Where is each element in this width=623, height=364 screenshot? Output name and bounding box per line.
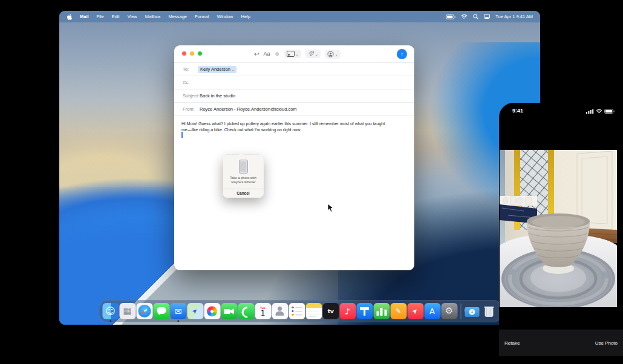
dock-safari[interactable] <box>136 303 152 319</box>
battery-icon[interactable] <box>446 15 455 19</box>
tv-icon: tv <box>322 303 339 319</box>
dock-keynote[interactable] <box>356 303 373 319</box>
mail-icon: ✉ <box>170 303 186 319</box>
menu-item-message[interactable]: Message <box>169 14 187 19</box>
zoom-window-button[interactable] <box>198 51 202 56</box>
dock-tv[interactable]: tv <box>322 303 339 319</box>
display-icon[interactable] <box>484 14 490 19</box>
mouse-cursor <box>327 203 334 215</box>
use-photo-button[interactable]: Use Photo <box>595 340 618 346</box>
maps-icon: ➤ <box>187 303 203 319</box>
dock-downloads[interactable] <box>464 303 480 319</box>
menu-item-format[interactable]: Format <box>195 14 209 19</box>
dock-calendar[interactable]: Tue1 <box>255 303 271 319</box>
dock-numbers[interactable] <box>373 303 390 319</box>
wifi-icon[interactable] <box>461 14 468 19</box>
menu-bar: MailFileEditViewMailboxMessageFormatWind… <box>59 11 540 22</box>
dock-reminders[interactable] <box>289 303 305 319</box>
attach-file-button[interactable]: ⌄ <box>305 50 321 58</box>
dock-mail[interactable]: ✉ <box>170 303 186 319</box>
wifi-icon <box>596 109 602 114</box>
menu-item-window[interactable]: Window <box>217 14 233 19</box>
dock-notes[interactable] <box>305 303 322 319</box>
reminders-icon <box>289 303 305 319</box>
from-field[interactable]: From: Royce Anderson - Royce.Anderson@ic… <box>174 103 414 116</box>
launchpad-icon: ▦ <box>119 303 135 319</box>
dock-music[interactable]: ♪ <box>339 303 356 319</box>
app-store-icon: A <box>424 303 440 319</box>
dock-facetime[interactable] <box>221 303 237 319</box>
menu-clock[interactable]: Tue Apr 1 9:41 AM <box>495 14 533 19</box>
format-button[interactable]: Aa <box>263 51 270 57</box>
iphone-icon <box>239 160 248 174</box>
apple-menu-icon[interactable] <box>67 14 73 20</box>
calendar-icon: Tue1 <box>255 303 271 319</box>
message-body[interactable]: Hi Mom! Guess what? I picked up pottery … <box>174 116 399 133</box>
dock: ☺▦✉➤Tue1tv♪✎➤A⚙ <box>99 300 501 322</box>
cancel-button[interactable]: Cancel <box>223 189 264 198</box>
mac-display: MailFileEditViewMailboxMessageFormatWind… <box>59 11 540 325</box>
menu-item-help[interactable]: Help <box>241 14 250 19</box>
dock-app-store[interactable]: A <box>424 303 440 319</box>
window-titlebar[interactable]: ↩ Aa ☺ ⌄ ⌄ ⌄ ↑ <box>174 45 414 63</box>
contacts-icon <box>272 303 288 319</box>
chevron-down-icon: ⌄ <box>315 52 318 56</box>
app-menus: MailFileEditViewMailboxMessageFormatWind… <box>80 14 250 19</box>
text-caret <box>181 132 183 138</box>
chevron-down-icon: ⌄ <box>335 52 338 56</box>
dock-divider <box>460 304 461 319</box>
chevron-down-icon: ⌄ <box>232 68 234 71</box>
dock-maps[interactable]: ➤ <box>187 303 203 319</box>
iphone-screen: 9:41 <box>499 103 623 364</box>
undo-button[interactable]: ↩ <box>254 51 259 57</box>
rocket-icon: ➤ <box>407 303 423 319</box>
safari-icon <box>136 303 152 319</box>
photo-browser-icon <box>287 51 295 57</box>
paperclip-icon <box>308 51 314 57</box>
battery-icon <box>604 109 615 114</box>
dock-settings[interactable]: ⚙ <box>441 303 457 319</box>
recipient-token[interactable]: Kelly Anderson ⌄ <box>198 66 236 73</box>
dock-contacts[interactable] <box>272 303 288 319</box>
dock-finder[interactable]: ☺ <box>102 303 119 319</box>
dock-trash[interactable] <box>481 303 497 319</box>
messages-icon <box>153 303 169 319</box>
settings-icon: ⚙ <box>441 303 457 319</box>
facetime-icon <box>221 303 237 319</box>
finder-icon: ☺ <box>102 303 119 319</box>
iphone-status-bar: 9:41 <box>499 103 623 119</box>
menu-item-file[interactable]: File <box>97 14 104 19</box>
to-field[interactable]: To: Kelly Anderson ⌄ <box>174 63 414 76</box>
cc-field[interactable]: Cc: <box>174 76 414 89</box>
close-window-button[interactable] <box>182 51 186 56</box>
dock-rocket[interactable]: ➤ <box>407 303 423 319</box>
menu-item-edit[interactable]: Edit <box>112 14 120 19</box>
screenshot-stage: MailFileEditViewMailboxMessageFormatWind… <box>0 0 623 364</box>
notes-icon <box>305 303 322 319</box>
dock-messages[interactable] <box>153 303 169 319</box>
emoji-button[interactable]: ☺ <box>274 51 279 57</box>
mail-compose-window: ↩ Aa ☺ ⌄ ⌄ ⌄ ↑ <box>174 45 414 270</box>
phone-icon <box>238 303 254 319</box>
iphone-clock: 9:41 <box>512 108 523 114</box>
insert-from-iphone-button[interactable]: ⌄ <box>325 50 341 59</box>
cellular-icon <box>586 109 594 114</box>
running-indicator <box>177 320 179 322</box>
dock-pages[interactable]: ✎ <box>390 303 406 319</box>
photo-browser-button[interactable]: ⌄ <box>284 50 301 58</box>
retake-button[interactable]: Retake <box>504 340 520 346</box>
dock-photos[interactable] <box>204 303 220 319</box>
dock-phone[interactable] <box>238 303 254 319</box>
send-button[interactable]: ↑ <box>397 49 407 59</box>
downloads-icon <box>464 303 480 319</box>
menu-item-mail[interactable]: Mail <box>80 14 89 19</box>
menu-item-mailbox[interactable]: Mailbox <box>145 14 161 19</box>
trash-icon <box>481 303 497 319</box>
search-icon[interactable] <box>473 14 478 19</box>
minimize-window-button[interactable] <box>190 51 194 56</box>
menu-item-view[interactable]: View <box>128 14 137 19</box>
keynote-icon <box>356 303 373 319</box>
music-icon: ♪ <box>339 303 356 319</box>
subject-field[interactable]: Subject: Back in the studio <box>174 89 414 103</box>
dock-launchpad[interactable]: ▦ <box>119 303 135 319</box>
